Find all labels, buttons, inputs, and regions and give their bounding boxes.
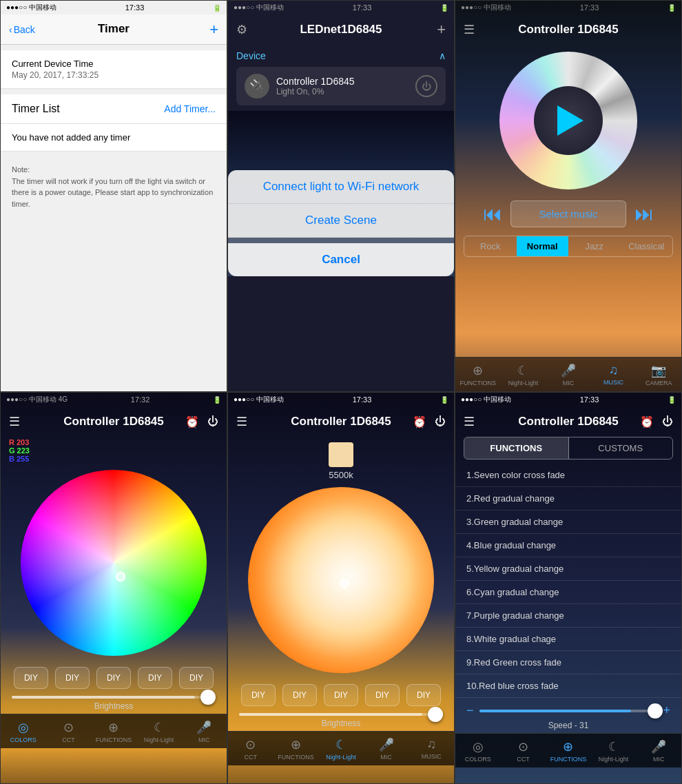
- nav-cct[interactable]: ⊙ CCT: [46, 720, 92, 743]
- speed-plus[interactable]: +: [663, 703, 670, 718]
- nav-nightlight[interactable]: ☾ Night-Light: [501, 363, 546, 386]
- diy5-btn-3[interactable]: DIY: [324, 684, 358, 706]
- create-scene-button[interactable]: Create Scene: [228, 204, 454, 238]
- nav-music-tab[interactable]: ♫ MUSIC: [591, 363, 637, 386]
- func-title: Controller 1D6845: [518, 415, 619, 429]
- alarm-icon-6[interactable]: ⏰: [640, 415, 654, 429]
- function-item-5[interactable]: 5.Yellow gradual change: [455, 557, 681, 581]
- menu-icon-4[interactable]: ☰: [9, 414, 20, 429]
- function-item-1[interactable]: 1.Seven color cross fade: [455, 464, 681, 487]
- rewind-button[interactable]: ⏮: [475, 203, 510, 225]
- function-item-10[interactable]: 10.Red blue cross fade: [455, 674, 681, 698]
- nav-func-5[interactable]: ⊕ FUNCTIONS: [273, 737, 319, 761]
- gear-icon[interactable]: ⚙: [236, 22, 247, 37]
- tab-classical[interactable]: Classical: [621, 236, 673, 256]
- color-wheel[interactable]: [21, 470, 207, 656]
- function-item-7[interactable]: 7.Purple gradual change: [455, 604, 681, 628]
- power-button[interactable]: ⏻: [415, 75, 437, 97]
- diy-btn-1[interactable]: DIY: [14, 667, 48, 689]
- power-icon-5[interactable]: ⏻: [435, 415, 446, 428]
- tab-functions[interactable]: FUNCTIONS: [464, 437, 569, 459]
- select-music-button[interactable]: Select music: [510, 200, 626, 227]
- icons-3: 🔋: [668, 4, 676, 12]
- menu-icon-5[interactable]: ☰: [236, 414, 247, 429]
- device-time-value: May 20, 2017, 17:33:25: [12, 70, 216, 80]
- function-item-6[interactable]: 6.Cyan gradual change: [455, 581, 681, 604]
- panel-music: ●●●○○ 中国移动 17:33 🔋 ☰ Controller 1D6845 ⏮…: [455, 0, 682, 392]
- diy-btn-5[interactable]: DIY: [179, 667, 214, 689]
- brightness-track-5[interactable]: [239, 713, 443, 716]
- speed-track[interactable]: [479, 710, 658, 712]
- device-icon: 🔌: [245, 74, 269, 99]
- tab-customs[interactable]: CUSTOMS: [569, 437, 673, 459]
- diy5-btn-4[interactable]: DIY: [365, 684, 400, 706]
- brightness-track[interactable]: [12, 696, 216, 699]
- function-item-4[interactable]: 4.Blue gradual change: [455, 534, 681, 557]
- diy-btn-3[interactable]: DIY: [96, 667, 131, 689]
- nav-cct-tab[interactable]: ⊙ CCT: [228, 737, 273, 761]
- nav-mic-5[interactable]: 🎤 MIC: [364, 737, 409, 761]
- nav-mic-6[interactable]: 🎤 MIC: [636, 739, 681, 763]
- connect-wifi-button[interactable]: Connect light to Wi-Fi network: [228, 170, 454, 204]
- brightness-thumb[interactable]: [200, 690, 216, 705]
- nav-func[interactable]: ⊕ FUNCTIONS: [91, 720, 136, 743]
- color-wheel-container[interactable]: [1, 470, 227, 656]
- add-button[interactable]: +: [209, 21, 218, 39]
- menu-icon-3[interactable]: ☰: [464, 22, 475, 37]
- power-icon-4[interactable]: ⏻: [207, 415, 218, 428]
- nav-night-5[interactable]: ☾ Night-Light: [318, 737, 364, 761]
- white-wheel-container: 5500k: [228, 442, 454, 673]
- nav-night-6[interactable]: ☾ Night-Light: [591, 739, 637, 763]
- nav-func-6[interactable]: ⊕ FUNCTIONS: [546, 739, 591, 763]
- diy-btn-2[interactable]: DIY: [55, 667, 90, 689]
- nav-rgb: ☰ Controller 1D6845 ⏰ ⏻: [1, 406, 227, 437]
- lednet-plus[interactable]: +: [437, 21, 446, 39]
- tab-normal[interactable]: Normal: [517, 236, 569, 256]
- cancel-button[interactable]: Cancel: [228, 243, 454, 276]
- colors-icon: ◎: [18, 720, 29, 735]
- diy-btn-4[interactable]: DIY: [138, 667, 172, 689]
- device-row[interactable]: 🔌 Controller 1D6845 Light On, 0% ⏻: [236, 67, 446, 105]
- tab-rock[interactable]: Rock: [464, 236, 517, 256]
- nav-mic-4[interactable]: 🎤 MIC: [181, 720, 227, 743]
- cct-icon-6: ⊙: [518, 739, 528, 754]
- timer-content: Current Device Time May 20, 2017, 17:33:…: [1, 45, 227, 216]
- speed-thumb[interactable]: [648, 703, 663, 719]
- brightness-area-5: Brightness: [228, 706, 454, 731]
- alarm-icon-5[interactable]: ⏰: [413, 415, 426, 429]
- nav-cct-6[interactable]: ⊙ CCT: [501, 739, 546, 763]
- music-wheel[interactable]: [455, 52, 681, 189]
- forward-button[interactable]: ⏭: [626, 203, 662, 225]
- night-label-5: Night-Light: [326, 754, 356, 761]
- bottom-nav-cct: ⊙ CCT ⊕ FUNCTIONS ☾ Night-Light 🎤 MIC ♫ …: [228, 731, 454, 765]
- diy5-btn-2[interactable]: DIY: [282, 684, 317, 706]
- function-item-3[interactable]: 3.Green gradual change: [455, 510, 681, 534]
- white-wheel[interactable]: [248, 487, 434, 673]
- diy5-btn-1[interactable]: DIY: [241, 684, 276, 706]
- func-right-icons: ⏰ ⏻: [640, 415, 673, 429]
- power-icon-6[interactable]: ⏻: [662, 415, 673, 428]
- nav-camera[interactable]: 📷 CAMERA: [636, 363, 681, 386]
- diy-buttons: DIY DIY DIY DIY DIY: [1, 667, 227, 689]
- play-button[interactable]: [557, 105, 583, 136]
- nav-functions[interactable]: ⊕ FUNCTIONS: [455, 363, 501, 386]
- nav-colors[interactable]: ◎ COLORS: [1, 720, 46, 743]
- nav-mic[interactable]: 🎤 MIC: [546, 363, 591, 386]
- function-item-9[interactable]: 9.Red Green cross fade: [455, 651, 681, 674]
- nav-colors-6[interactable]: ◎ COLORS: [455, 739, 501, 763]
- nav-night[interactable]: ☾ Night-Light: [136, 720, 182, 743]
- tab-jazz[interactable]: Jazz: [568, 236, 621, 256]
- brightness-thumb-5[interactable]: [428, 707, 443, 722]
- menu-icon-6[interactable]: ☰: [464, 414, 475, 429]
- panel-cct: ●●●○○ 中国移动 17:33 🔋 ☰ Controller 1D6845 ⏰…: [227, 392, 455, 784]
- mic-icon-4: 🎤: [196, 720, 211, 735]
- back-button[interactable]: ‹ Back: [9, 24, 35, 35]
- functions-icon: ⊕: [473, 363, 483, 378]
- nav-music-5[interactable]: ♫ MUSIC: [409, 737, 454, 760]
- function-item-2[interactable]: 2.Red gradual change: [455, 487, 681, 510]
- add-timer-button[interactable]: Add Timer...: [164, 103, 216, 114]
- alarm-icon-4[interactable]: ⏰: [185, 415, 199, 429]
- function-item-8[interactable]: 8.White gradual chage: [455, 628, 681, 651]
- speed-minus[interactable]: −: [466, 703, 474, 718]
- diy5-btn-5[interactable]: DIY: [406, 684, 441, 706]
